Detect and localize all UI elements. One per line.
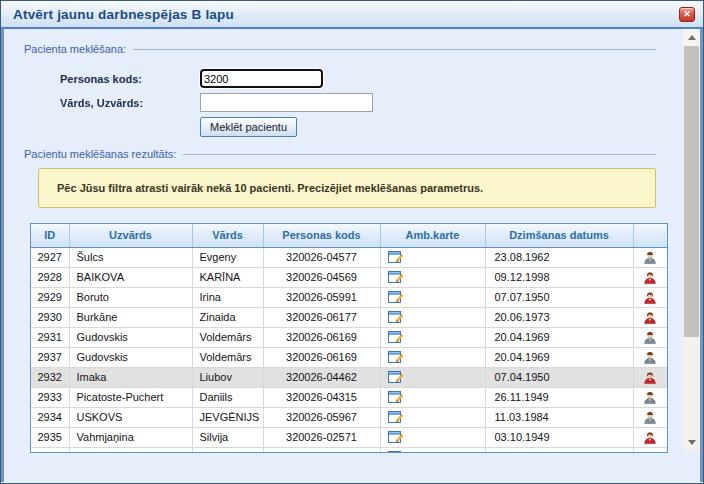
- table-row[interactable]: [31, 447, 667, 453]
- cell-vards[interactable]: Silvija: [192, 427, 263, 447]
- cell-person-icon[interactable]: [633, 247, 667, 267]
- amb-karte-icon[interactable]: [387, 270, 403, 282]
- cell-dzimsanas-datums[interactable]: 20.04.1969: [485, 347, 633, 367]
- cell-vards[interactable]: JEVGĒNIJS: [192, 407, 263, 427]
- header-dzimsanas-datums[interactable]: Dzimšanas datums: [485, 224, 633, 247]
- scrollbar-thumb[interactable]: [684, 46, 699, 337]
- cell-vards[interactable]: Voldemārs: [192, 327, 263, 347]
- cell-personas-kods[interactable]: 320026-02571: [263, 427, 380, 447]
- cell-uzvards[interactable]: [69, 447, 192, 453]
- amb-karte-icon[interactable]: [387, 290, 403, 302]
- cell-amb-karte[interactable]: [380, 447, 485, 453]
- cell-uzvards[interactable]: BAIKOVA: [69, 267, 192, 287]
- cell-vards[interactable]: Irina: [192, 287, 263, 307]
- cell-uzvards[interactable]: Imaka: [69, 367, 192, 387]
- cell-person-icon[interactable]: [633, 287, 667, 307]
- cell-uzvards[interactable]: Šulcs: [69, 247, 192, 267]
- cell-uzvards[interactable]: Boruto: [69, 287, 192, 307]
- cell-uzvards[interactable]: Burkāne: [69, 307, 192, 327]
- vertical-scrollbar[interactable]: [683, 29, 700, 451]
- cell-vards[interactable]: [192, 447, 263, 453]
- cell-dzimsanas-datums[interactable]: 20.06.1973: [485, 307, 633, 327]
- cell-person-icon[interactable]: [633, 447, 667, 453]
- amb-karte-icon[interactable]: [387, 310, 403, 322]
- cell-dzimsanas-datums[interactable]: 09.12.1998: [485, 267, 633, 287]
- cell-personas-kods[interactable]: 320026-04569: [263, 267, 380, 287]
- cell-personas-kods[interactable]: 320026-04315: [263, 387, 380, 407]
- cell-amb-karte[interactable]: [380, 427, 485, 447]
- cell-person-icon[interactable]: [633, 327, 667, 347]
- cell-personas-kods[interactable]: 320026-06169: [263, 327, 380, 347]
- title-bar[interactable]: Atvērt jaunu darbnespējas B lapu ✕: [1, 1, 703, 29]
- cell-dzimsanas-datums[interactable]: 03.10.1949: [485, 427, 633, 447]
- cell-id[interactable]: [31, 447, 69, 453]
- cell-uzvards[interactable]: Picatoste-Puchert: [69, 387, 192, 407]
- table-row[interactable]: 2931 Gudovskis Voldemārs 320026-06169 20…: [31, 327, 667, 347]
- cell-person-icon[interactable]: [633, 307, 667, 327]
- cell-id[interactable]: 2937: [31, 347, 69, 367]
- amb-karte-icon[interactable]: [387, 350, 403, 362]
- cell-amb-karte[interactable]: [380, 327, 485, 347]
- table-row[interactable]: 2929 Boruto Irina 320026-05991 07.07.195…: [31, 287, 667, 307]
- cell-id[interactable]: 2929: [31, 287, 69, 307]
- cell-amb-karte[interactable]: [380, 407, 485, 427]
- cell-uzvards[interactable]: Gudovskis: [69, 327, 192, 347]
- scroll-down-arrow-icon[interactable]: [683, 434, 700, 450]
- cell-personas-kods[interactable]: 320026-06177: [263, 307, 380, 327]
- header-uzvards[interactable]: Uzvārds: [69, 224, 192, 247]
- cell-vards[interactable]: Liubov: [192, 367, 263, 387]
- cell-amb-karte[interactable]: [380, 367, 485, 387]
- cell-dzimsanas-datums[interactable]: 07.04.1950: [485, 367, 633, 387]
- meklet-pacientu-button[interactable]: Meklēt pacientu: [200, 117, 297, 137]
- cell-dzimsanas-datums[interactable]: 11.03.1984: [485, 407, 633, 427]
- table-row[interactable]: 2935 Vahmjaņina Silvija 320026-02571 03.…: [31, 427, 667, 447]
- header-amb-karte[interactable]: Amb.karte: [380, 224, 485, 247]
- cell-dzimsanas-datums[interactable]: 07.07.1950: [485, 287, 633, 307]
- cell-vards[interactable]: Voldemārs: [192, 347, 263, 367]
- table-row[interactable]: 2933 Picatoste-Puchert Daniils 320026-04…: [31, 387, 667, 407]
- cell-id[interactable]: 2930: [31, 307, 69, 327]
- header-vards[interactable]: Vārds: [192, 224, 263, 247]
- cell-amb-karte[interactable]: [380, 247, 485, 267]
- cell-personas-kods[interactable]: 320026-04462: [263, 367, 380, 387]
- cell-id[interactable]: 2927: [31, 247, 69, 267]
- cell-vards[interactable]: Daniils: [192, 387, 263, 407]
- cell-personas-kods[interactable]: 320026-04577: [263, 247, 380, 267]
- cell-uzvards[interactable]: Vahmjaņina: [69, 427, 192, 447]
- amb-karte-icon[interactable]: [387, 410, 403, 422]
- table-row[interactable]: 2930 Burkāne Zinaida 320026-06177 20.06.…: [31, 307, 667, 327]
- header-id[interactable]: ID: [31, 224, 69, 247]
- cell-amb-karte[interactable]: [380, 287, 485, 307]
- vards-uzvards-input[interactable]: [200, 93, 373, 112]
- table-row[interactable]: 2934 USKOVS JEVGĒNIJS 320026-05967 11.03…: [31, 407, 667, 427]
- cell-person-icon[interactable]: [633, 367, 667, 387]
- cell-amb-karte[interactable]: [380, 307, 485, 327]
- cell-vards[interactable]: Zinaida: [192, 307, 263, 327]
- cell-id[interactable]: 2935: [31, 427, 69, 447]
- cell-uzvards[interactable]: Gudovskis: [69, 347, 192, 367]
- cell-dzimsanas-datums[interactable]: [485, 447, 633, 453]
- cell-uzvards[interactable]: USKOVS: [69, 407, 192, 427]
- cell-person-icon[interactable]: [633, 347, 667, 367]
- cell-person-icon[interactable]: [633, 267, 667, 287]
- scroll-up-arrow-icon[interactable]: [683, 29, 700, 45]
- cell-person-icon[interactable]: [633, 387, 667, 407]
- personas-kods-input[interactable]: [200, 69, 323, 88]
- close-icon[interactable]: ✕: [679, 7, 695, 22]
- cell-id[interactable]: 2933: [31, 387, 69, 407]
- header-personas-kods[interactable]: Personas kods: [263, 224, 380, 247]
- cell-vards[interactable]: KARĪNA: [192, 267, 263, 287]
- cell-dzimsanas-datums[interactable]: 20.04.1969: [485, 327, 633, 347]
- cell-id[interactable]: 2931: [31, 327, 69, 347]
- amb-karte-icon[interactable]: [387, 370, 403, 382]
- cell-id[interactable]: 2932: [31, 367, 69, 387]
- cell-id[interactable]: 2934: [31, 407, 69, 427]
- cell-person-icon[interactable]: [633, 407, 667, 427]
- amb-karte-icon[interactable]: [387, 450, 403, 453]
- cell-personas-kods[interactable]: 320026-06169: [263, 347, 380, 367]
- cell-dzimsanas-datums[interactable]: 23.08.1962: [485, 247, 633, 267]
- amb-karte-icon[interactable]: [387, 390, 403, 402]
- cell-vards[interactable]: Evgeny: [192, 247, 263, 267]
- table-row[interactable]: 2927 Šulcs Evgeny 320026-04577 23.08.196…: [31, 247, 667, 267]
- amb-karte-icon[interactable]: [387, 430, 403, 442]
